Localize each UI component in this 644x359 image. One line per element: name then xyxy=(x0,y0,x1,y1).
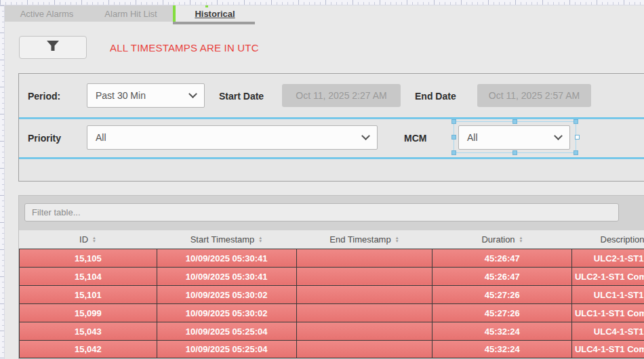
mcm-label: MCM xyxy=(404,133,426,144)
column-header-end-timestamp[interactable]: End Timestamp ▲▼ xyxy=(296,230,432,249)
table-row[interactable]: 15,104 10/09/2025 05:30:41 45:26:47 ULC2… xyxy=(19,267,644,285)
table-filter-input[interactable] xyxy=(24,203,619,221)
utc-notice: ALL TIMESTAMPS ARE IN UTC xyxy=(110,42,259,54)
cell-end-timestamp xyxy=(297,304,433,322)
cell-duration: 45:32:24 xyxy=(432,322,572,340)
cell-id: 15,099 xyxy=(20,304,157,322)
cell-description: ULC2-1-ST1 Comm Fault xyxy=(572,268,644,285)
start-date-label: Start Date xyxy=(219,91,264,102)
column-header-description[interactable]: Description ▲▼ xyxy=(572,230,644,249)
end-date-label: End Date xyxy=(415,91,456,102)
cell-duration: 45:26:47 xyxy=(432,249,572,267)
chevron-down-icon xyxy=(361,131,370,140)
mcm-select-value: All xyxy=(467,132,555,143)
cell-id: 15,043 xyxy=(20,322,157,340)
editor-canvas: Active Alarms Alarm Hit List Historical … xyxy=(0,0,644,359)
cell-start-timestamp: 10/09/2025 05:30:41 xyxy=(157,268,297,285)
cell-id: 15,042 xyxy=(20,341,157,358)
table-body: 15,105 10/09/2025 05:30:41 45:26:47 ULC2… xyxy=(19,249,644,358)
priority-select[interactable]: All xyxy=(87,125,378,150)
cell-id: 15,105 xyxy=(20,249,157,267)
cell-duration: 45:32:24 xyxy=(432,341,572,358)
selection-handle-mid-right[interactable] xyxy=(575,135,580,140)
selection-handle-top-left[interactable] xyxy=(451,119,456,124)
end-date-field[interactable]: Oct 11, 2025 2:57 AM xyxy=(477,84,591,107)
selection-handle-top-right[interactable] xyxy=(573,119,578,124)
tab-historical[interactable]: Historical xyxy=(176,5,254,22)
selection-handle-mid-left[interactable] xyxy=(451,135,456,140)
mcm-select[interactable]: All xyxy=(458,125,570,150)
chevron-down-icon xyxy=(554,131,563,140)
active-tab-underline xyxy=(173,22,255,24)
cell-end-timestamp xyxy=(297,249,433,267)
cell-start-timestamp: 10/09/2025 05:30:41 xyxy=(157,249,297,267)
sort-icon[interactable]: ▲▼ xyxy=(258,236,262,243)
selection-handle-bottom-right[interactable] xyxy=(573,150,578,155)
column-header-id[interactable]: ID ▲▼ xyxy=(19,230,157,249)
cell-end-timestamp xyxy=(297,286,433,303)
start-date-field[interactable]: Oct 11, 2025 2:27 AM xyxy=(282,84,401,107)
cell-start-timestamp: 10/09/2025 05:30:02 xyxy=(157,286,297,303)
table-header-row: ID ▲▼ Start Timestamp ▲▼ End Timestamp ▲… xyxy=(19,230,644,249)
cell-id: 15,101 xyxy=(20,286,157,303)
cell-start-timestamp: 10/09/2025 05:30:02 xyxy=(157,304,297,322)
cell-description: ULC1-1-ST1 Comm Fault xyxy=(572,304,644,322)
period-label: Period: xyxy=(28,91,60,102)
panel-divider xyxy=(19,117,644,119)
cell-start-timestamp: 10/09/2025 05:25:04 xyxy=(157,322,297,340)
tab-alarm-hit-list[interactable]: Alarm Hit List xyxy=(89,5,173,22)
table-section: ID ▲▼ Start Timestamp ▲▼ End Timestamp ▲… xyxy=(18,195,644,359)
sort-icon[interactable]: ▲▼ xyxy=(92,236,96,243)
table-row[interactable]: 15,101 10/09/2025 05:30:02 45:27:26 ULC1… xyxy=(19,285,644,303)
filter-panel: Period: Past 30 Min Start Date Oct 11, 2… xyxy=(18,73,644,182)
table-row[interactable]: 15,099 10/09/2025 05:30:02 45:27:26 ULC1… xyxy=(19,303,644,322)
vertical-ruler xyxy=(0,5,5,359)
horizontal-ruler xyxy=(0,0,644,5)
table-row[interactable]: 15,043 10/09/2025 05:25:04 45:32:24 ULC4… xyxy=(19,322,644,340)
selection-handle-top-center[interactable] xyxy=(512,119,517,124)
alarm-table: ID ▲▼ Start Timestamp ▲▼ End Timestamp ▲… xyxy=(19,230,644,358)
alarm-page: Active Alarms Alarm Hit List Historical … xyxy=(5,5,644,359)
period-select-value: Past 30 Min xyxy=(96,90,190,101)
priority-select-value: All xyxy=(96,132,363,143)
cell-duration: 45:27:26 xyxy=(432,286,572,303)
panel-divider xyxy=(19,157,644,159)
filter-button[interactable] xyxy=(19,36,87,59)
cell-end-timestamp xyxy=(297,322,433,340)
table-row[interactable]: 15,105 10/09/2025 05:30:41 45:26:47 ULC2… xyxy=(19,249,644,267)
cell-end-timestamp xyxy=(297,268,433,285)
cell-duration: 45:27:26 xyxy=(432,304,572,322)
sort-icon[interactable]: ▲▼ xyxy=(519,236,523,243)
column-header-duration[interactable]: Duration ▲▼ xyxy=(432,230,572,249)
cell-duration: 45:26:47 xyxy=(432,268,572,285)
sort-icon[interactable]: ▲▼ xyxy=(395,236,399,243)
tab-bar: Active Alarms Alarm Hit List Historical xyxy=(5,5,644,22)
period-select[interactable]: Past 30 Min xyxy=(87,83,205,108)
inactive-tabs-group: Active Alarms Alarm Hit List xyxy=(5,5,173,22)
selection-handle-bottom-center[interactable] xyxy=(512,150,517,155)
cell-description: ULC2-1-ST1 Tip xyxy=(572,249,644,267)
cell-id: 15,104 xyxy=(20,268,157,285)
selection-handle-bottom-left[interactable] xyxy=(451,150,456,155)
column-header-start-timestamp[interactable]: Start Timestamp ▲▼ xyxy=(157,230,296,249)
chevron-down-icon xyxy=(188,89,197,98)
funnel-icon xyxy=(45,40,60,55)
cell-description: ULC1-1-ST1 Tip xyxy=(572,286,644,303)
cell-start-timestamp: 10/09/2025 05:25:04 xyxy=(157,341,297,358)
cell-description: ULC4-1-ST1 Tip xyxy=(572,322,644,340)
priority-label: Priority xyxy=(28,133,61,144)
table-row[interactable]: 15,042 10/09/2025 05:25:04 45:32:24 ULC4… xyxy=(19,340,644,358)
cell-description: ULC4-1-ST1 Comm Fault xyxy=(572,341,644,358)
cell-end-timestamp xyxy=(297,341,433,358)
tab-active-alarms[interactable]: Active Alarms xyxy=(5,5,89,22)
